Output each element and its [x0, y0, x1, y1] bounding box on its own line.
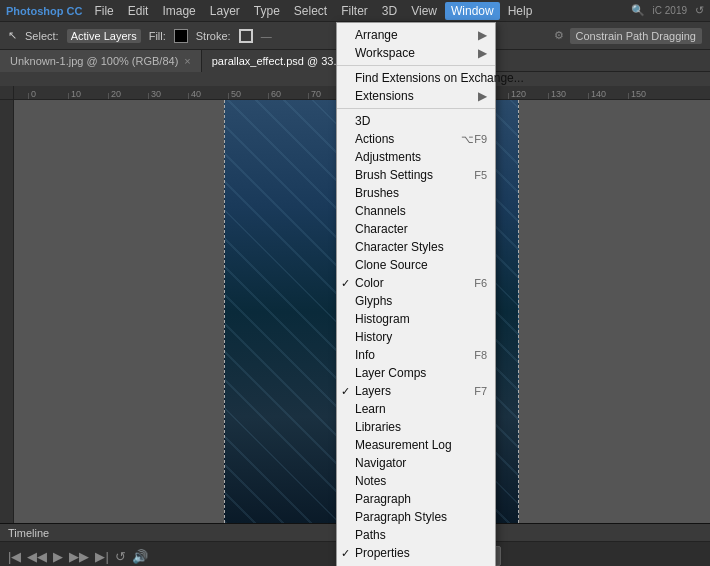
menu-file[interactable]: File [88, 2, 119, 20]
menu-3d-label: 3D [355, 114, 370, 128]
menu-layers-check: ✓ [341, 385, 350, 398]
ruler-mark: 150 [628, 93, 668, 99]
menu-measurement-log-label: Measurement Log [355, 438, 452, 452]
menu-info-shortcut: F8 [458, 349, 487, 361]
menu-libraries[interactable]: Libraries [337, 418, 495, 436]
menu-3d[interactable]: 3D [376, 2, 403, 20]
menu-notes-label: Notes [355, 474, 386, 488]
menu-character-label: Character [355, 222, 408, 236]
gear-icon[interactable]: ⚙ [554, 29, 564, 42]
fill-label: Fill: [149, 30, 166, 42]
menu-history[interactable]: History [337, 328, 495, 346]
cc-icon: iC 2019 [653, 5, 687, 16]
menu-channels-label: Channels [355, 204, 406, 218]
menu-paths[interactable]: Paths [337, 526, 495, 544]
menu-brushes[interactable]: Brushes [337, 184, 495, 202]
menu-adjustments-label: Adjustments [355, 150, 421, 164]
menu-history-label: History [355, 330, 392, 344]
menu-filter[interactable]: Filter [335, 2, 374, 20]
menu-glyphs[interactable]: Glyphs [337, 292, 495, 310]
timeline-audio[interactable]: 🔊 [132, 549, 148, 564]
menu-view[interactable]: View [405, 2, 443, 20]
menu-find-extensions-label: Find Extensions on Exchange... [355, 71, 524, 85]
menu-layer-comps[interactable]: Layer Comps [337, 364, 495, 382]
menu-find-extensions[interactable]: Find Extensions on Exchange... [337, 69, 495, 87]
menu-paragraph[interactable]: Paragraph [337, 490, 495, 508]
menu-navigator[interactable]: Navigator [337, 454, 495, 472]
menu-character-styles-label: Character Styles [355, 240, 444, 254]
menu-info[interactable]: Info F8 [337, 346, 495, 364]
menu-navigator-label: Navigator [355, 456, 406, 470]
ruler-mark: 60 [268, 93, 308, 99]
select-value[interactable]: Active Layers [67, 29, 141, 43]
menu-layer[interactable]: Layer [204, 2, 246, 20]
menu-styles[interactable]: Styles [337, 562, 495, 566]
timeline-prev-frame[interactable]: ◀◀ [27, 549, 47, 564]
menu-extensions[interactable]: Extensions ▶ [337, 87, 495, 105]
menu-3d[interactable]: 3D [337, 112, 495, 130]
menu-character-styles[interactable]: Character Styles [337, 238, 495, 256]
timeline-title: Timeline [8, 527, 49, 539]
menu-notes[interactable]: Notes [337, 472, 495, 490]
tab-unknown1[interactable]: Unknown-1.jpg @ 100% (RGB/84) × [0, 50, 202, 72]
menu-workspace[interactable]: Workspace ▶ [337, 44, 495, 62]
menu-layer-comps-label: Layer Comps [355, 366, 426, 380]
menu-clone-source-label: Clone Source [355, 258, 428, 272]
tab-unknown1-label: Unknown-1.jpg @ 100% (RGB/84) [10, 55, 178, 67]
menu-glyphs-label: Glyphs [355, 294, 392, 308]
menu-window[interactable]: Window [445, 2, 500, 20]
menu-layers[interactable]: ✓ Layers F7 [337, 382, 495, 400]
menu-paths-label: Paths [355, 528, 386, 542]
menu-learn[interactable]: Learn [337, 400, 495, 418]
menu-brush-settings-shortcut: F5 [458, 169, 487, 181]
timeline-play[interactable]: ▶ [53, 549, 63, 564]
menu-channels[interactable]: Channels [337, 202, 495, 220]
menu-brush-settings[interactable]: Brush Settings F5 [337, 166, 495, 184]
menu-paragraph-styles[interactable]: Paragraph Styles [337, 508, 495, 526]
menu-adjustments[interactable]: Adjustments [337, 148, 495, 166]
menu-layers-shortcut: F7 [458, 385, 487, 397]
menu-properties[interactable]: ✓ Properties [337, 544, 495, 562]
tool-icon: ↖ [8, 29, 17, 42]
menu-info-label: Info [355, 348, 375, 362]
ruler-mark: 20 [108, 93, 148, 99]
sync-icon[interactable]: ↺ [695, 4, 704, 17]
stroke-color-box[interactable] [239, 29, 253, 43]
search-icon[interactable]: 🔍 [631, 4, 645, 17]
menu-character[interactable]: Character [337, 220, 495, 238]
menu-section-extensions: Find Extensions on Exchange... Extension… [337, 66, 495, 109]
menu-arrange[interactable]: Arrange ▶ [337, 26, 495, 44]
menu-bar-right: 🔍 iC 2019 ↺ [631, 4, 704, 17]
menu-histogram[interactable]: Histogram [337, 310, 495, 328]
select-label: Select: [25, 30, 59, 42]
menu-brushes-label: Brushes [355, 186, 399, 200]
menu-help[interactable]: Help [502, 2, 539, 20]
timeline-skip-start[interactable]: |◀ [8, 549, 21, 564]
menu-libraries-label: Libraries [355, 420, 401, 434]
menu-color[interactable]: ✓ Color F6 [337, 274, 495, 292]
tab-close-icon[interactable]: × [184, 55, 190, 67]
menu-properties-check: ✓ [341, 547, 350, 560]
menu-properties-label: Properties [355, 546, 410, 560]
ruler-mark: 130 [548, 93, 588, 99]
ruler-mark: 50 [228, 93, 268, 99]
timeline-next-frame[interactable]: ▶▶ [69, 549, 89, 564]
menu-type[interactable]: Type [248, 2, 286, 20]
menu-arrange-label: Arrange [355, 28, 398, 42]
menu-measurement-log[interactable]: Measurement Log [337, 436, 495, 454]
menu-workspace-arrow: ▶ [478, 46, 487, 60]
window-menu: Arrange ▶ Workspace ▶ Find Extensions on… [336, 22, 496, 566]
menu-color-label: Color [355, 276, 384, 290]
timeline-skip-end[interactable]: ▶| [95, 549, 108, 564]
ruler-mark: 40 [188, 93, 228, 99]
menu-edit[interactable]: Edit [122, 2, 155, 20]
menu-layers-label: Layers [355, 384, 391, 398]
menu-select[interactable]: Select [288, 2, 333, 20]
menu-image[interactable]: Image [156, 2, 201, 20]
timeline-loop[interactable]: ↺ [115, 549, 126, 564]
menu-actions[interactable]: Actions ⌥F9 [337, 130, 495, 148]
fill-color-box[interactable] [174, 29, 188, 43]
constrain-path-btn[interactable]: Constrain Path Dragging [570, 28, 702, 44]
menu-clone-source[interactable]: Clone Source [337, 256, 495, 274]
stroke-value: — [261, 30, 272, 42]
